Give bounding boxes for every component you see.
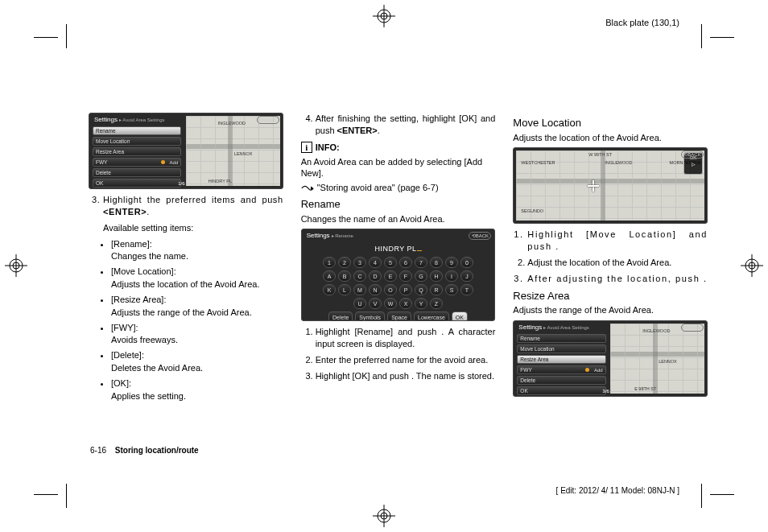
- back-button: ⟲BACK: [257, 116, 279, 124]
- menu-item: FWYAdd: [93, 158, 181, 167]
- setting-item: [OK]:Applies the setting.: [111, 377, 283, 402]
- rename-step: Enter the preferred name for the avoid a…: [316, 354, 496, 366]
- keyboard-key: N: [369, 284, 382, 295]
- keyboard-key: Q: [415, 284, 427, 295]
- page-footer: 6-16 Storing location/route: [90, 446, 199, 455]
- keyboard-key: P: [399, 284, 412, 295]
- setting-item: [FWY]:Avoids freeways.: [111, 322, 283, 347]
- rename-step: Highlight [OK] and push . The name is st…: [316, 370, 496, 382]
- keyboard-key: H: [430, 270, 443, 282]
- keyboard-key: K: [323, 284, 336, 295]
- keyboard-key: 7: [415, 257, 427, 268]
- section-title: Storing location/route: [115, 446, 199, 455]
- keyboard-key: 9: [445, 257, 458, 268]
- menu-item: Resize Area: [93, 147, 181, 156]
- screenshot-title: Settings▸ Avoid Area Settings: [518, 324, 589, 332]
- keyboard-key: Symbols: [355, 311, 385, 321]
- menu-item: Delete: [517, 376, 605, 385]
- info-heading: i INFO:: [301, 142, 496, 154]
- setting-item: [Delete]:Deletes the Avoid Area.: [111, 349, 283, 374]
- menu-item: OK: [517, 386, 605, 395]
- keyboard-key: 1: [323, 257, 336, 268]
- map-label: SEGUNDO: [521, 208, 543, 214]
- manual-page: Black plate (130,1) INGLEWOOD LENNOX HIN…: [0, 0, 768, 532]
- screenshot-title: Settings▸ Avoid Area Settings: [94, 116, 165, 125]
- keyboard-key: V: [369, 298, 382, 309]
- keyboard-key: 8: [430, 257, 443, 268]
- crop-mark: [701, 24, 702, 48]
- info-icon: i: [301, 142, 312, 153]
- screenshot-title: Settings▸ Rename: [307, 232, 353, 241]
- menu-item: Rename: [517, 334, 605, 343]
- map-label: INGLEWOOD: [218, 121, 246, 126]
- keyboard-key: Space: [387, 311, 411, 321]
- keyboard-key: 3: [353, 257, 366, 268]
- move-location-subtext: Adjusts the location of the Avoid Area.: [513, 132, 708, 144]
- registration-mark: [5, 254, 27, 277]
- keyboard-screenshot: Settings▸ Rename ⟲BACK HINDRY PL 1234567…: [301, 229, 496, 321]
- resize-area-subtext: Adjusts the range of the Avoid Area.: [513, 304, 708, 316]
- map-label: INGLEWOOD: [605, 160, 632, 166]
- move-location-heading: Move Location: [513, 116, 708, 130]
- black-plate-label: Black plate (130,1): [605, 18, 679, 27]
- keyboard-key: M: [353, 284, 366, 295]
- rename-step: Highlight [Rename] and push . A characte…: [316, 326, 496, 350]
- keyboard-key: E: [384, 270, 397, 282]
- column-3: Move Location Adjusts the location of th…: [513, 113, 708, 406]
- menu-item: Delete: [93, 168, 181, 177]
- registration-mark: [373, 5, 395, 27]
- menu-item: Move Location: [517, 344, 605, 353]
- crop-mark: [66, 484, 67, 508]
- registration-mark: [373, 505, 395, 527]
- move-step: After adjusting the location, push .: [527, 273, 708, 285]
- crop-mark: [710, 37, 734, 38]
- column-2: After finishing the setting, highlight […: [301, 113, 496, 406]
- step-3: Highlight the preferred items and push <…: [103, 194, 283, 218]
- page-fraction: 1/6: [178, 180, 184, 187]
- info-body: An Avoid Area can be added by selecting …: [301, 156, 496, 180]
- map-label: W 99TH ST: [588, 152, 612, 158]
- cross-reference: "Storing avoid area" (page 6-7): [301, 182, 496, 194]
- keyboard-key: O: [384, 284, 397, 295]
- available-items-label: Available setting items:: [103, 222, 283, 234]
- crop-mark: [701, 484, 702, 508]
- keyboard-key: G: [415, 270, 427, 282]
- registration-mark: [741, 254, 763, 277]
- column-1: INGLEWOOD LENNOX HINDRY PL Settings▸ Avo…: [89, 113, 283, 406]
- map-label: LENNOX: [234, 151, 253, 157]
- keyboard-key: 4: [369, 257, 382, 268]
- keyboard-key: Y: [415, 298, 427, 309]
- crop-mark: [710, 494, 734, 495]
- settings-screenshot-resize: INGLEWOOD LENNOX E 98TH ST Settings▸ Avo…: [513, 320, 708, 397]
- keyboard-key: L: [338, 284, 351, 295]
- menu-item: OK: [93, 179, 181, 188]
- map-label: WESTCHESTER: [521, 160, 555, 166]
- keyboard-key: J: [460, 270, 473, 282]
- menu-item: Rename: [93, 126, 181, 135]
- back-button: ⟲BACK: [681, 324, 704, 332]
- keyboard-key: Z: [430, 298, 443, 309]
- keyboard-key: OK: [452, 311, 468, 321]
- rename-subtext: Changes the name of an Avoid Area.: [301, 213, 496, 225]
- keyboard-key: 0: [460, 257, 473, 268]
- keyboard-key: W: [384, 298, 397, 309]
- keyboard-key: I: [445, 270, 458, 282]
- crop-mark: [66, 24, 67, 48]
- setting-item: [Rename]:Changes the name.: [111, 238, 283, 263]
- menu-item: Resize Area: [517, 355, 605, 364]
- resize-area-heading: Resize Area: [513, 289, 708, 303]
- page-number: 6-16: [90, 446, 106, 455]
- move-location-screenshot: WESTCHESTER INGLEWOOD MORNINGSIDE SEGUND…: [513, 147, 708, 224]
- map-label: E 98TH ST: [634, 386, 656, 392]
- keyboard-key: F: [399, 270, 412, 282]
- rename-heading: Rename: [301, 197, 496, 212]
- menu-item: FWYAdd: [517, 365, 605, 374]
- keyboard-key: T: [460, 284, 473, 295]
- move-step: Highlight [Move Location] and push .: [527, 229, 708, 253]
- reference-icon: [301, 184, 314, 192]
- keyboard-key: Lowercase: [414, 311, 449, 321]
- back-button: ⟲BACK: [469, 232, 491, 240]
- crop-mark: [34, 37, 58, 38]
- move-step: Adjust the location of the Avoid Area.: [527, 257, 708, 269]
- keyboard-key: S: [445, 284, 458, 295]
